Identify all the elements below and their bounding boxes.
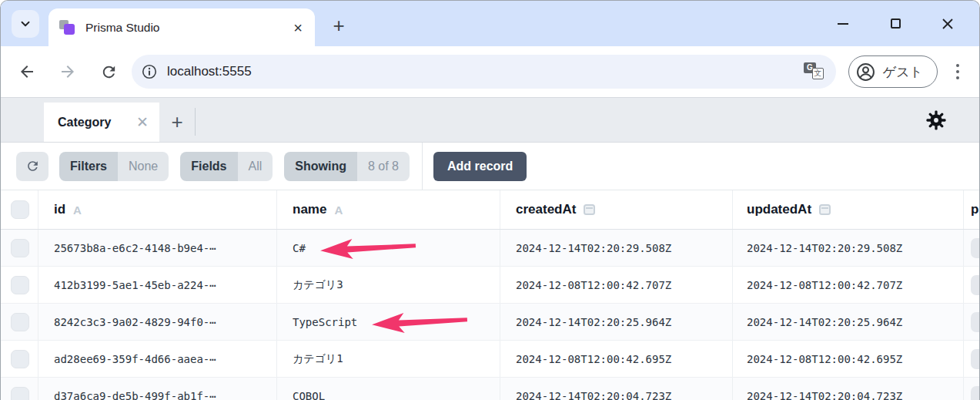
studio-settings-button[interactable] bbox=[925, 109, 947, 131]
column-header-name[interactable]: name A bbox=[276, 190, 500, 229]
date-type-icon bbox=[584, 204, 595, 215]
studio-tab-close-icon[interactable]: ✕ bbox=[136, 115, 149, 129]
refresh-icon bbox=[25, 159, 40, 173]
table-row[interactable]: ad28ee69-359f-4d66-aaea-⋯ カテゴリ1 2024-12-… bbox=[1, 341, 979, 378]
toolbar-divider bbox=[422, 143, 423, 190]
cell-name[interactable]: TypeScript bbox=[293, 316, 357, 328]
guest-profile-button[interactable]: ゲスト bbox=[848, 55, 938, 88]
guest-label: ゲスト bbox=[883, 63, 923, 81]
showing-button[interactable]: Showing 8 of 8 bbox=[284, 152, 410, 181]
minimize-icon bbox=[838, 23, 848, 25]
cell-createdAt[interactable]: 2024-12-14T02:20:25.964Z bbox=[516, 316, 671, 328]
table-row[interactable]: 25673b8a-e6c2-4148-b9e4-⋯ C# 2024-12-14T… bbox=[1, 230, 979, 267]
cell-updatedAt[interactable]: 2024-12-14T02:20:04.723Z bbox=[747, 390, 902, 400]
fields-button[interactable]: Fields All bbox=[180, 152, 273, 181]
maximize-icon bbox=[891, 18, 901, 29]
close-icon bbox=[942, 18, 954, 30]
fields-value: All bbox=[238, 152, 273, 181]
column-header-createdAt[interactable]: createdAt bbox=[500, 190, 732, 229]
string-type-icon: A bbox=[334, 203, 343, 217]
forward-arrow-icon bbox=[59, 62, 77, 81]
close-window-button[interactable] bbox=[939, 15, 956, 32]
browser-menu-button[interactable] bbox=[948, 56, 967, 87]
column-header-partial: p bbox=[963, 190, 979, 229]
back-button[interactable] bbox=[12, 56, 42, 87]
data-table: id A name A createdAt updatedAt p 25 bbox=[1, 190, 979, 400]
cell-id[interactable]: 8242c3c3-9a02-4829-94f0-⋯ bbox=[54, 316, 216, 328]
cell-updatedAt[interactable]: 2024-12-08T12:00:42.707Z bbox=[747, 279, 902, 291]
cell-updatedAt[interactable]: 2024-12-14T02:20:25.964Z bbox=[747, 316, 902, 328]
forward-button[interactable] bbox=[52, 56, 83, 87]
row-checkbox[interactable] bbox=[11, 239, 29, 257]
row-checkbox[interactable] bbox=[11, 350, 29, 368]
prisma-favicon-icon bbox=[59, 19, 76, 36]
column-header-updatedAt[interactable]: updatedAt bbox=[732, 190, 963, 229]
back-arrow-icon bbox=[18, 62, 36, 81]
column-header-id[interactable]: id A bbox=[38, 190, 276, 229]
cell-updatedAt[interactable]: 2024-12-14T02:20:29.508Z bbox=[747, 242, 902, 254]
cell-createdAt[interactable]: 2024-12-08T12:00:42.707Z bbox=[516, 279, 671, 291]
studio-tab-category[interactable]: Category ✕ bbox=[44, 103, 159, 142]
studio-new-tab-button[interactable]: + bbox=[159, 103, 195, 142]
cell-name[interactable]: カテゴリ3 bbox=[293, 278, 343, 292]
date-type-icon bbox=[819, 204, 831, 215]
studio-toolbar: Filters None Fields All Showing 8 of 8 A… bbox=[1, 143, 979, 190]
cell-createdAt[interactable]: 2024-12-08T12:00:42.695Z bbox=[516, 353, 671, 365]
cell-createdAt[interactable]: 2024-12-14T02:20:04.723Z bbox=[516, 390, 671, 400]
maximize-button[interactable] bbox=[887, 15, 904, 32]
table-header-row: id A name A createdAt updatedAt p bbox=[1, 190, 979, 230]
row-checkbox-cell bbox=[1, 341, 38, 377]
profile-avatar-icon bbox=[855, 62, 876, 82]
site-info-icon[interactable] bbox=[141, 63, 158, 80]
tab-close-icon[interactable]: × bbox=[292, 20, 304, 35]
row-checkbox-cell bbox=[1, 230, 38, 266]
relation-cell-stub[interactable] bbox=[971, 386, 979, 400]
browser-tab-prisma-studio[interactable]: Prisma Studio × bbox=[48, 8, 315, 46]
row-checkbox-cell bbox=[1, 378, 38, 400]
partial-column-glyph: p bbox=[971, 202, 978, 217]
minimize-button[interactable] bbox=[835, 15, 851, 32]
cell-name[interactable]: C# bbox=[293, 242, 306, 254]
gear-icon bbox=[925, 109, 947, 131]
add-record-button[interactable]: Add record bbox=[433, 152, 527, 181]
cell-id[interactable]: d37a6ca9-de5b-499f-ab1f-⋯ bbox=[54, 390, 216, 400]
header-checkbox-cell bbox=[1, 190, 38, 229]
reload-icon bbox=[100, 63, 118, 81]
filters-button[interactable]: Filters None bbox=[59, 152, 169, 181]
translate-icon[interactable]: G文 bbox=[804, 62, 825, 81]
table-row[interactable]: 412b3199-5ae1-45eb-a224-⋯ カテゴリ3 2024-12-… bbox=[1, 267, 979, 304]
partial-relation-cell bbox=[963, 230, 979, 266]
row-checkbox-cell bbox=[1, 267, 38, 303]
refresh-button[interactable] bbox=[16, 152, 48, 181]
row-checkbox[interactable] bbox=[11, 276, 29, 294]
cell-createdAt[interactable]: 2024-12-14T02:20:29.508Z bbox=[516, 242, 671, 254]
cell-updatedAt[interactable]: 2024-12-08T12:00:42.695Z bbox=[747, 353, 902, 365]
cell-id[interactable]: 412b3199-5ae1-45eb-a224-⋯ bbox=[54, 279, 216, 291]
row-checkbox[interactable] bbox=[11, 387, 29, 400]
cell-id[interactable]: ad28ee69-359f-4d66-aaea-⋯ bbox=[54, 353, 216, 365]
address-bar[interactable]: localhost:5555 G文 bbox=[132, 55, 836, 89]
tab-search-button[interactable] bbox=[12, 10, 39, 38]
showing-label: Showing bbox=[284, 152, 357, 181]
partial-relation-cell bbox=[963, 304, 979, 340]
chevron-down-icon bbox=[18, 17, 32, 31]
relation-cell-stub[interactable] bbox=[971, 312, 979, 332]
cell-name[interactable]: カテゴリ1 bbox=[293, 352, 343, 366]
studio-tabbar: Category ✕ + bbox=[1, 98, 979, 143]
cell-name[interactable]: COBOL bbox=[293, 390, 325, 400]
table-row[interactable]: 8242c3c3-9a02-4829-94f0-⋯ TypeScript 202… bbox=[1, 304, 979, 341]
row-checkbox-cell bbox=[1, 304, 38, 340]
new-tab-button[interactable]: + bbox=[326, 12, 352, 39]
table-row[interactable]: d37a6ca9-de5b-499f-ab1f-⋯ COBOL 2024-12-… bbox=[1, 378, 979, 400]
string-type-icon: A bbox=[73, 203, 82, 217]
partial-relation-cell bbox=[963, 341, 979, 377]
url-text[interactable]: localhost:5555 bbox=[167, 64, 804, 79]
relation-cell-stub[interactable] bbox=[971, 238, 979, 258]
reload-button[interactable] bbox=[93, 56, 124, 87]
select-all-checkbox[interactable] bbox=[11, 200, 29, 219]
cell-id[interactable]: 25673b8a-e6c2-4148-b9e4-⋯ bbox=[54, 242, 216, 254]
relation-cell-stub[interactable] bbox=[971, 349, 979, 369]
tabbar-divider bbox=[195, 108, 196, 136]
relation-cell-stub[interactable] bbox=[971, 275, 979, 295]
row-checkbox[interactable] bbox=[11, 313, 29, 331]
